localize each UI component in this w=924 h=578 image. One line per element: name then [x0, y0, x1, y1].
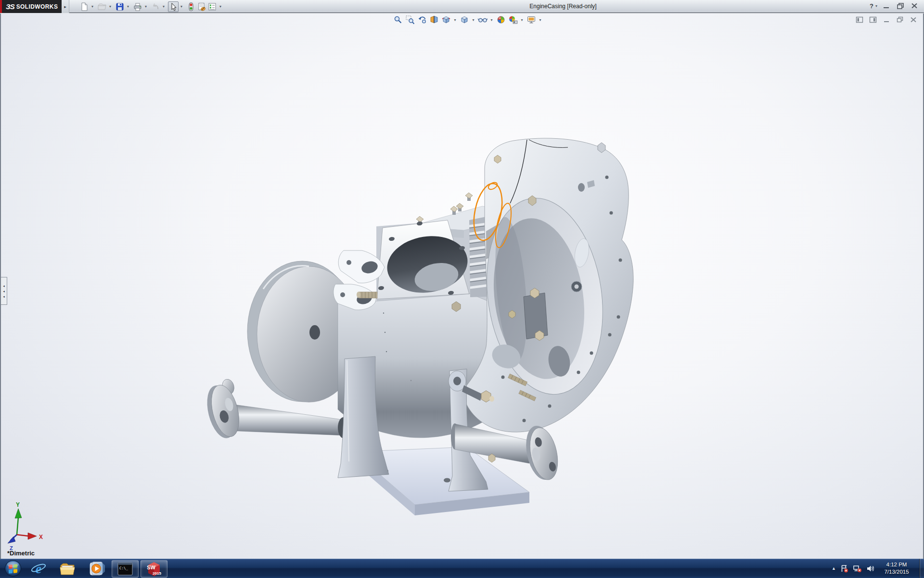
print-button[interactable] [132, 1, 143, 12]
zoom-to-area-icon [405, 15, 415, 25]
part-clutch-housing[interactable] [462, 138, 633, 432]
graphics-viewport[interactable]: Y X Z [0, 13, 924, 559]
file-properties-button[interactable] [196, 1, 207, 12]
select-cursor-icon [168, 2, 178, 12]
volume-icon[interactable] [866, 565, 875, 573]
pane-right-icon[interactable] [869, 16, 877, 23]
view-orientation-dropdown[interactable]: ▾ [452, 14, 458, 25]
save-floppy-icon [115, 2, 125, 12]
undo-dropdown[interactable]: ▾ [161, 1, 167, 12]
undo-button[interactable] [150, 1, 161, 12]
taskbar-clock[interactable]: 4:12 PM 7/13/2015 [881, 561, 912, 576]
show-hidden-icons-button[interactable]: ▲ [832, 566, 836, 571]
triad-y-arrow [15, 509, 22, 518]
previous-view-button[interactable] [416, 14, 428, 25]
svg-text:e: e [36, 561, 41, 576]
minimize-icon[interactable] [882, 2, 891, 10]
apply-scene-button[interactable] [507, 14, 519, 25]
windows-start-orb-icon [4, 559, 22, 578]
new-document-dropdown[interactable]: ▾ [90, 1, 95, 12]
triad-x-arrow [28, 533, 37, 539]
brand-mark: ЗS [6, 2, 14, 11]
section-view-button[interactable] [428, 14, 440, 25]
display-style-dropdown[interactable]: ▾ [470, 14, 476, 25]
rebuild-button[interactable] [186, 1, 196, 12]
hide-show-items-button[interactable] [476, 14, 488, 25]
view-settings-dropdown[interactable]: ▾ [537, 14, 543, 25]
restore-icon[interactable] [896, 2, 905, 10]
internet-explorer-icon: e [30, 561, 47, 577]
bolt[interactable] [465, 193, 473, 201]
new-document-icon [79, 2, 89, 12]
media-player-icon [88, 561, 105, 577]
triad-x-label: X [39, 534, 43, 540]
undo-arrow-icon [151, 2, 160, 12]
display-style-icon [460, 15, 469, 25]
apply-scene-dropdown[interactable]: ▾ [519, 14, 525, 25]
taskbar-item-command-prompt[interactable]: C:\_ [112, 560, 139, 578]
start-button[interactable] [2, 559, 24, 578]
taskbar-item-media-player[interactable] [83, 560, 110, 578]
print-dropdown[interactable]: ▾ [143, 1, 149, 12]
view-orientation-label: *Dimetric [7, 550, 35, 557]
glasses-icon [477, 15, 488, 25]
engine-casing-model[interactable]: Y X Z [1, 13, 924, 559]
view-orientation-button[interactable] [440, 14, 452, 25]
pane-left-icon[interactable] [856, 16, 863, 23]
taskbar: e C:\_ SW 201 [0, 559, 924, 578]
clock-time: 4:12 PM [881, 561, 912, 568]
action-center-flag-icon[interactable] [840, 565, 848, 573]
network-error-icon[interactable] [853, 565, 862, 573]
hide-show-items-dropdown[interactable]: ▾ [488, 14, 495, 25]
title-bar: ЗS SOLIDWORKS ▸ ▾ ▾ ▾ [0, 0, 924, 13]
edit-appearance-button[interactable] [495, 14, 507, 25]
taskbar-item-solidworks[interactable]: SW 2015 [141, 560, 167, 578]
zoom-to-fit-icon [393, 15, 403, 25]
save-button[interactable] [115, 1, 125, 12]
menu-expand-arrow-icon[interactable]: ▸ [62, 0, 69, 13]
new-document-button[interactable] [79, 1, 90, 12]
doc-minimize-icon[interactable] [883, 16, 890, 23]
show-desktop-button[interactable] [919, 559, 924, 578]
print-icon [133, 2, 142, 12]
doc-restore-icon[interactable] [896, 16, 904, 23]
open-dropdown[interactable]: ▾ [107, 1, 113, 12]
options-button[interactable] [207, 1, 218, 12]
sw-letters: SW [147, 565, 155, 570]
options-dropdown[interactable]: ▾ [218, 1, 223, 12]
select-dropdown[interactable]: ▾ [179, 1, 184, 12]
select-tool-button[interactable] [168, 1, 179, 12]
cmd-prompt-text: C:\_ [119, 566, 128, 570]
doc-close-icon[interactable] [910, 16, 917, 23]
open-folder-icon [97, 2, 107, 12]
save-dropdown[interactable]: ▾ [125, 1, 131, 12]
file-properties-icon [197, 2, 206, 12]
solidworks-logo: ЗS SOLIDWORKS [0, 0, 62, 13]
sw-year: 2015 [153, 571, 161, 576]
zoom-to-fit-button[interactable] [392, 14, 404, 25]
brand-text: SOLIDWORKS [16, 3, 58, 10]
view-orientation-icon [441, 15, 451, 25]
taskbar-item-windows-explorer[interactable] [54, 560, 81, 578]
open-button[interactable] [97, 1, 107, 12]
document-title: EngineCasing [Read-only] [500, 3, 626, 10]
command-prompt-icon: C:\_ [117, 562, 133, 576]
close-icon[interactable] [910, 2, 919, 10]
zoom-to-area-button[interactable] [404, 14, 416, 25]
options-checklist-icon [207, 2, 217, 12]
threaded-stud[interactable] [357, 292, 377, 299]
collapse-arrow-icon: ◂ [3, 284, 5, 288]
view-settings-button[interactable] [525, 14, 537, 25]
document-window-controls [856, 16, 917, 23]
appearance-sphere-icon [496, 15, 506, 25]
collapse-arrow-icon: ◂ [3, 295, 5, 298]
folder-icon [59, 561, 76, 577]
display-style-button[interactable] [458, 14, 470, 25]
help-button[interactable]: ? [870, 2, 873, 10]
bolt[interactable] [456, 203, 463, 211]
previous-view-icon [417, 15, 427, 25]
help-dropdown[interactable]: ▾ [875, 4, 877, 8]
view-settings-icon [526, 15, 536, 25]
featuremanager-collapsed-tab[interactable]: ◂ ◂ ◂ [1, 277, 7, 305]
taskbar-item-internet-explorer[interactable]: e [25, 560, 52, 578]
